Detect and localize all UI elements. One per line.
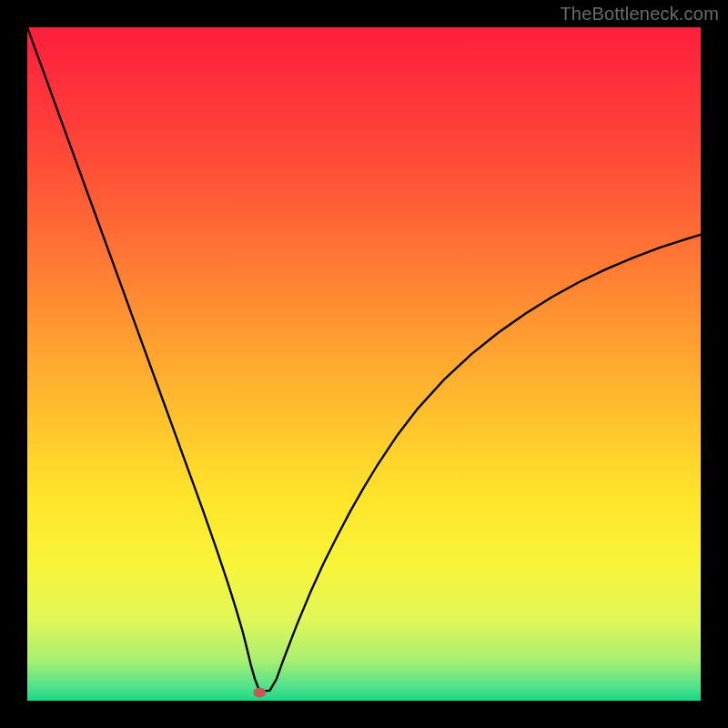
watermark-text: TheBottleneck.com bbox=[560, 4, 719, 25]
plot-area bbox=[27, 27, 701, 701]
gradient-background bbox=[27, 27, 701, 701]
chart-svg bbox=[27, 27, 701, 701]
optimum-marker bbox=[253, 688, 266, 698]
chart-frame: TheBottleneck.com bbox=[0, 0, 728, 728]
